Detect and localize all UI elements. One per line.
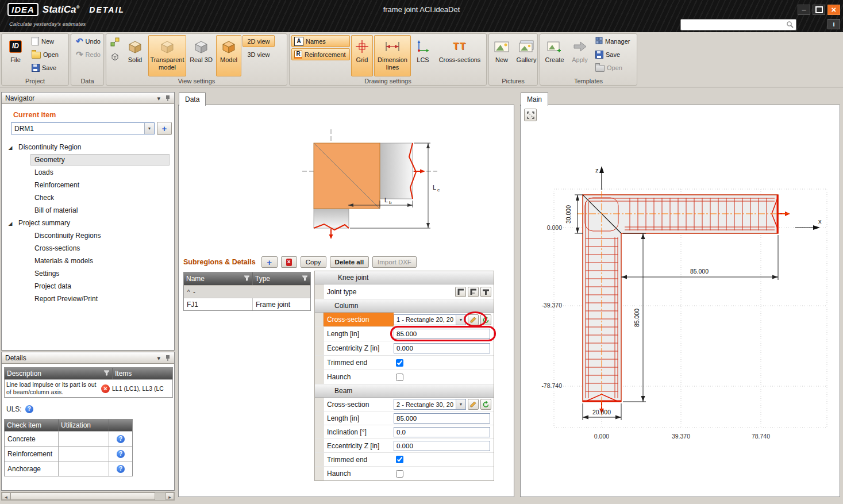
pin-icon[interactable]: [165, 355, 171, 361]
delete-all-button[interactable]: Delete all: [330, 256, 369, 268]
expander-icon[interactable]: [6, 219, 14, 227]
template-create-button[interactable]: Create: [542, 35, 567, 76]
model-button[interactable]: Model: [216, 35, 241, 76]
names-toggle[interactable]: ANames: [291, 35, 350, 47]
items-column-header[interactable]: Items: [113, 368, 172, 379]
column-haunch-checkbox[interactable]: [396, 374, 403, 381]
file-button[interactable]: ID File: [3, 35, 28, 76]
scroll-right-button[interactable]: [165, 493, 174, 500]
undo-button[interactable]: Undo: [73, 35, 102, 47]
column-cross-section-select[interactable]: 1 - Rectangle 20, 20: [394, 314, 466, 325]
filter-funnel-icon[interactable]: [244, 275, 250, 283]
template-apply-button[interactable]: Apply: [568, 35, 591, 76]
current-item-combobox[interactable]: DRM1: [11, 122, 155, 134]
description-column-header[interactable]: Description: [5, 368, 113, 379]
beam-trimmed-end-checkbox[interactable]: [396, 456, 403, 463]
collapse-chevron-icon[interactable]: [157, 94, 160, 102]
check-row-concrete[interactable]: Concrete: [5, 431, 132, 446]
beam-inclination-input[interactable]: [394, 427, 490, 437]
nav-item-cross-sections[interactable]: Cross-sections: [2, 242, 174, 255]
uls-help-icon[interactable]: [25, 405, 33, 413]
grid-toggle[interactable]: Grid: [351, 35, 373, 76]
nav-item-reinforcement[interactable]: Reinforcement: [2, 179, 174, 191]
joint-type-t-button[interactable]: [480, 287, 491, 297]
beam-haunch-checkbox[interactable]: [396, 470, 403, 478]
nav-item-project-data[interactable]: Project data: [2, 280, 174, 293]
horizontal-scrollbar[interactable]: [1, 492, 175, 501]
type-column-header[interactable]: Type: [253, 272, 310, 285]
joint-type-corner-button[interactable]: [468, 287, 479, 297]
import-dxf-button[interactable]: Import DXF: [372, 256, 417, 268]
view-2d-button[interactable]: 2D view: [242, 35, 275, 47]
nav-item-materials-models[interactable]: Materials & models: [2, 255, 174, 267]
dropdown-icon[interactable]: [456, 315, 465, 325]
delete-subregion-button[interactable]: [281, 256, 297, 268]
scrollbar-thumb[interactable]: [10, 493, 155, 500]
column-trimmed-end-checkbox[interactable]: [396, 359, 403, 367]
dropdown-icon[interactable]: [456, 399, 465, 409]
warning-row[interactable]: Line load impulse or its part is out of …: [5, 379, 172, 397]
add-subregion-button[interactable]: [261, 256, 278, 268]
pin-icon[interactable]: [165, 95, 171, 102]
tab-data[interactable]: Data: [179, 93, 206, 106]
utilization-column-header[interactable]: Utilization: [59, 420, 109, 431]
nav-item-discontinuity-region[interactable]: Discontinuity Region: [2, 141, 174, 153]
nav-item-loads[interactable]: Loads: [2, 166, 174, 179]
copy-button[interactable]: Copy: [301, 256, 326, 268]
nav-item-bill-of-material[interactable]: Bill of material: [2, 204, 174, 217]
scroll-left-button[interactable]: [2, 493, 10, 500]
new-button[interactable]: New: [29, 35, 66, 47]
name-column-header[interactable]: Name: [184, 272, 253, 285]
close-button[interactable]: [827, 5, 840, 15]
joint-type-knee-button[interactable]: [455, 287, 466, 297]
expander-icon[interactable]: [6, 143, 14, 151]
column-cross-section-edit-button[interactable]: [468, 314, 479, 325]
column-cross-section-refresh-button[interactable]: [480, 314, 491, 325]
column-eccentricity-input[interactable]: [394, 343, 490, 353]
table-row-fj1[interactable]: FJ1 Frame joint: [184, 298, 310, 310]
save-button[interactable]: Save: [29, 61, 66, 74]
nav-item-project-summary[interactable]: Project summary: [2, 217, 174, 229]
column-length-input[interactable]: [394, 329, 490, 339]
tab-main[interactable]: Main: [521, 93, 548, 106]
fit-to-view-button[interactable]: [524, 109, 537, 121]
template-open-button[interactable]: Open: [592, 61, 635, 74]
minimize-button[interactable]: [798, 5, 810, 15]
group-row[interactable]: -: [184, 285, 310, 298]
cross-sections-button[interactable]: TT Cross-sections: [435, 35, 484, 76]
search-input[interactable]: [681, 21, 786, 29]
picture-new-button[interactable]: New: [491, 35, 513, 76]
nav-item-settings[interactable]: Settings: [2, 267, 174, 280]
dimension-lines-toggle[interactable]: Dimension lines: [374, 35, 411, 76]
view-3d-button[interactable]: 3D view: [242, 48, 275, 60]
real-3d-button[interactable]: Real 3D: [187, 35, 215, 76]
reinforcement-toggle[interactable]: RReinforcement: [291, 48, 350, 60]
info-button[interactable]: i: [827, 19, 840, 29]
beam-length-input[interactable]: [394, 413, 490, 424]
filter-funnel-icon[interactable]: [302, 275, 308, 283]
nav-item-check[interactable]: Check: [2, 191, 174, 204]
redo-button[interactable]: Redo: [73, 48, 102, 60]
check-row-reinforcement[interactable]: Reinforcement: [5, 446, 132, 461]
nav-item-geometry[interactable]: Geometry: [2, 153, 174, 166]
transparent-model-button[interactable]: Transparent model: [148, 35, 186, 76]
beam-cross-section-select[interactable]: 2 - Rectangle 30, 20: [394, 399, 466, 410]
beam-cross-section-refresh-button[interactable]: [480, 399, 491, 410]
help-icon[interactable]: [117, 465, 125, 473]
add-item-button[interactable]: [157, 122, 172, 135]
transform-tool-button[interactable]: [108, 35, 122, 49]
template-manager-button[interactable]: Manager: [592, 35, 635, 47]
help-icon[interactable]: [117, 450, 125, 458]
open-button[interactable]: Open: [29, 48, 66, 60]
lcs-button[interactable]: LCS: [412, 35, 434, 76]
filter-funnel-icon[interactable]: [103, 370, 110, 378]
template-save-button[interactable]: Save: [592, 48, 635, 60]
nav-item-discontinuity-regions[interactable]: Discontinuity Regions: [2, 229, 174, 242]
solid-button[interactable]: Solid: [123, 35, 147, 76]
check-item-column-header[interactable]: Check item: [5, 420, 59, 431]
gallery-button[interactable]: Gallery: [514, 35, 539, 76]
beam-cross-section-edit-button[interactable]: [468, 399, 479, 410]
collapse-chevron-icon[interactable]: [157, 354, 160, 362]
combo-dropdown-icon[interactable]: [144, 123, 154, 134]
maximize-button[interactable]: [813, 5, 825, 15]
